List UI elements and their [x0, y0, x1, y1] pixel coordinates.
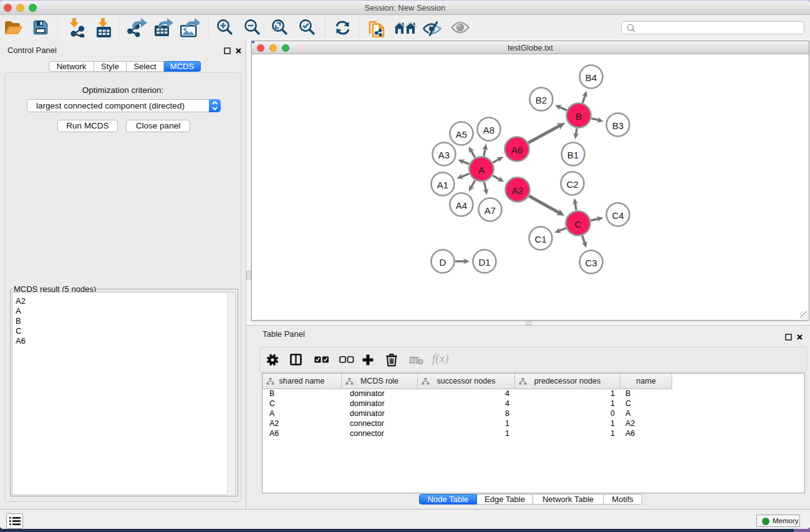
svg-text:C4: C4 [612, 210, 624, 221]
svg-text:A8: A8 [483, 125, 494, 135]
svg-text:A4: A4 [456, 200, 467, 211]
svg-text:B2: B2 [536, 95, 547, 105]
svg-text:B1: B1 [567, 150, 579, 160]
svg-text:C3: C3 [585, 258, 597, 268]
svg-text:A7: A7 [485, 205, 496, 216]
svg-text:A3: A3 [438, 150, 450, 160]
svg-text:D: D [440, 257, 446, 268]
svg-text:C1: C1 [534, 234, 546, 244]
svg-text:C: C [575, 219, 582, 230]
svg-text:B: B [576, 111, 582, 122]
svg-text:D1: D1 [478, 257, 490, 268]
svg-text:A1: A1 [437, 180, 448, 190]
svg-text:A2: A2 [512, 185, 523, 196]
svg-text:A5: A5 [456, 129, 467, 140]
svg-text:A6: A6 [511, 145, 523, 155]
svg-text:B4: B4 [586, 72, 597, 83]
svg-text:B3: B3 [612, 120, 624, 131]
svg-text:C2: C2 [566, 179, 578, 190]
svg-text:A: A [478, 165, 485, 175]
